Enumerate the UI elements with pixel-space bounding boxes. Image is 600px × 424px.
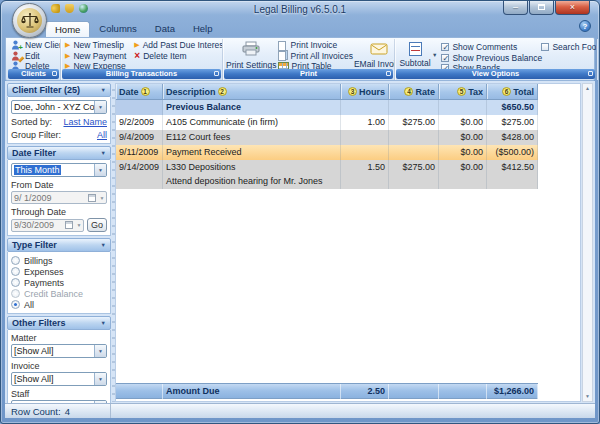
type-filter-panel: Billings Expenses Payments Credit Balanc… <box>7 252 111 314</box>
delete-item-button[interactable]: ×Delete Item <box>133 51 223 62</box>
sorted-by-link[interactable]: Last Name <box>63 117 107 127</box>
vertical-scrollbar[interactable]: ▲ ▼ <box>582 83 593 402</box>
new-timeslip-button[interactable]: ▶New Timeslip <box>64 40 127 51</box>
table-row-payment[interactable]: 9/11/2009 Payment Received $0.00 ($500.0… <box>116 145 538 160</box>
tab-help[interactable]: Help <box>184 21 222 37</box>
checkbox-unchecked-icon <box>541 43 549 51</box>
subtotal-grid-icon <box>409 42 422 56</box>
other-filters-header[interactable]: Other Filters▼ <box>7 316 111 330</box>
go-button[interactable]: Go <box>87 218 107 232</box>
column-header-hours[interactable]: 3Hours <box>341 84 389 99</box>
calendar-icon[interactable] <box>65 221 73 229</box>
column-header-description[interactable]: Description2 <box>163 84 341 99</box>
date-filter-panel: This Month ▼ From Date 9/ 1/2009 ▼ Throu… <box>7 160 111 236</box>
column-header-total[interactable]: 6Total <box>487 84 538 99</box>
radio-all[interactable]: All <box>11 299 107 310</box>
chevron-down-icon[interactable]: ▼ <box>432 52 437 58</box>
dialog-launcher-icon[interactable] <box>52 71 57 76</box>
ribbon: + New Client Edit – Delete Clients <box>5 37 595 81</box>
radio-expenses[interactable]: Expenses <box>11 266 107 277</box>
chevron-down-icon[interactable]: ▼ <box>94 373 106 385</box>
radio-payments[interactable]: Payments <box>11 277 107 288</box>
new-payment-button[interactable]: ▶New Payment <box>64 51 127 62</box>
column-order-badge: 2 <box>218 87 227 96</box>
search-footer-checkbox[interactable]: Search Footer <box>541 42 597 53</box>
chevron-down-icon[interactable]: ▼ <box>94 164 106 176</box>
staff-label: Staff <box>11 389 107 399</box>
table-row[interactable]: 9/14/2009 L330 DepositionsAttend deposit… <box>116 160 538 189</box>
chevron-down-icon: ▼ <box>101 150 106 156</box>
invoice-label: Invoice <box>11 361 107 371</box>
scroll-down-icon[interactable]: ▼ <box>583 392 592 401</box>
date-filter-header[interactable]: Date Filter▼ <box>7 146 111 160</box>
matter-select[interactable]: [Show All]▼ <box>11 344 107 358</box>
new-client-button[interactable]: + New Client <box>10 40 57 51</box>
app-menu-button[interactable] <box>12 3 47 38</box>
radio-selected-icon <box>11 300 20 309</box>
ribbon-group-clients: + New Client Edit – Delete Clients <box>7 39 61 80</box>
yellow-arrow-icon: ▶ <box>65 52 70 60</box>
minimize-button[interactable]: – <box>503 1 528 15</box>
chevron-down-icon: ▼ <box>101 320 106 326</box>
table-header: Date1 Description2 3Hours 4Rate 5Tax 6To… <box>116 84 538 100</box>
dialog-launcher-icon[interactable] <box>386 71 391 76</box>
show-previous-balance-checkbox[interactable]: ✓Show Previous Balance <box>441 53 539 64</box>
email-invoice-button[interactable]: EMail Invoice <box>354 41 395 71</box>
title-bar: Legal Billing v6.5.0.1 – × <box>1 1 599 21</box>
tab-data[interactable]: Data <box>146 21 184 37</box>
pages-stack-icon <box>278 50 288 61</box>
app-window: Legal Billing v6.5.0.1 – × Home Columns <box>0 0 600 424</box>
chevron-down-icon[interactable]: ▼ <box>98 195 106 201</box>
client-select[interactable]: Doe, John - XYZ Corporation ▼ <box>11 100 107 114</box>
table-row[interactable]: 9/2/2009 A105 Communicate (in firm) 1.00… <box>116 115 538 130</box>
table-row[interactable]: 9/4/2009 E112 Court fees $0.00 $428.00 <box>116 130 538 145</box>
radio-billings[interactable]: Billings <box>11 255 107 266</box>
from-date-field[interactable]: 9/ 1/2009 ▼ <box>11 191 107 204</box>
print-invoice-button[interactable]: Print Invoice <box>277 40 354 51</box>
maximize-button[interactable] <box>529 1 554 15</box>
edit-client-button[interactable]: Edit <box>10 51 57 62</box>
column-header-date[interactable]: Date1 <box>116 84 163 99</box>
column-header-tax[interactable]: 5Tax <box>439 84 487 99</box>
chevron-down-icon[interactable]: ▼ <box>94 101 106 113</box>
dialog-launcher-icon[interactable] <box>214 71 219 76</box>
calendar-icon[interactable] <box>88 194 96 202</box>
table-row-previous-balance[interactable]: Previous Balance $650.50 <box>116 100 538 115</box>
billing-grid: Date1 Description2 3Hours 4Rate 5Tax 6To… <box>115 83 581 402</box>
tab-columns[interactable]: Columns <box>90 21 146 37</box>
client-filter-panel: Doe, John - XYZ Corporation ▼ Sorted by:… <box>7 97 111 144</box>
column-order-badge: 3 <box>348 87 357 96</box>
print-all-invoices-button[interactable]: Print All Invoices <box>277 51 354 62</box>
dialog-launcher-icon[interactable] <box>588 71 593 76</box>
radio-icon <box>11 267 20 276</box>
close-icon: × <box>570 2 575 12</box>
close-button[interactable]: × <box>555 1 590 15</box>
status-bar: Row Count: 4 <box>5 403 595 418</box>
subtotal-button[interactable]: Subtotal <box>398 40 432 70</box>
tab-home[interactable]: Home <box>45 21 90 37</box>
type-filter-header[interactable]: Type Filter▼ <box>7 238 111 252</box>
through-date-label: Through Date <box>11 207 107 217</box>
from-date-label: From Date <box>11 180 107 190</box>
maximize-icon <box>538 4 545 10</box>
ribbon-tabs: Home Columns Data Help <box>5 21 595 37</box>
row-count: Row Count: 4 <box>5 404 111 418</box>
envelope-icon <box>370 43 388 57</box>
group-filter-link[interactable]: All <box>97 130 107 140</box>
chevron-down-icon[interactable]: ▼ <box>94 345 106 357</box>
invoice-select[interactable]: [Show All]▼ <box>11 372 107 386</box>
date-range-select[interactable]: This Month ▼ <box>11 163 107 177</box>
row-comment: Attend deposition hearing for Mr. Jones <box>166 174 337 188</box>
show-comments-checkbox[interactable]: ✓Show Comments <box>441 42 539 53</box>
column-header-rate[interactable]: 4Rate <box>389 84 439 99</box>
print-settings-button[interactable]: Print Settings <box>226 41 277 71</box>
through-date-field[interactable]: 9/30/2009 ▼ <box>11 219 84 232</box>
column-order-badge: 4 <box>404 87 413 96</box>
scroll-up-icon[interactable]: ▲ <box>583 84 592 93</box>
chevron-down-icon[interactable]: ▼ <box>75 222 83 228</box>
main-area: Client Filter (25)▼ Doe, John - XYZ Corp… <box>5 81 595 418</box>
add-past-due-interest-button[interactable]: ▶Add Past Due Interest <box>133 40 223 51</box>
person-plus-icon: + <box>11 40 22 50</box>
help-button[interactable]: ? <box>579 20 591 32</box>
client-filter-header[interactable]: Client Filter (25)▼ <box>7 83 111 97</box>
